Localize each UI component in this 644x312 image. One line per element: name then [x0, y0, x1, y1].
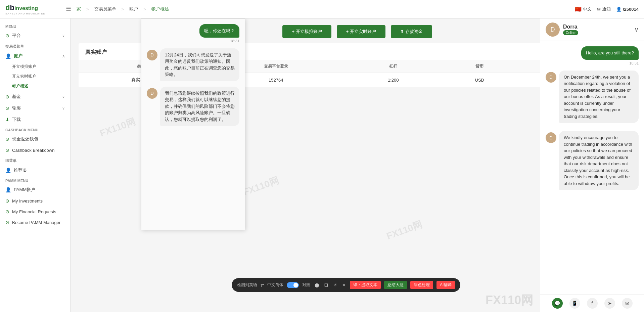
user-icon: 👤 — [616, 7, 622, 12]
incoming-group-en-1: D On December 24th, we sent you a notifi… — [546, 71, 639, 123]
incoming-group-cn-1: D 12月24日，我们向您发送了关于滥用奖金的违反我们政策的通知。因此，您的账户… — [147, 48, 239, 81]
security-icon: ⊙ — [5, 94, 9, 99]
facebook-icon[interactable]: f — [587, 298, 598, 309]
financial-requests-label: My Financial Requests — [12, 209, 56, 214]
sidebar-item-ib-refer[interactable]: 👤 推荐IB — [0, 165, 70, 176]
agent-avatar-small-en-2: D — [546, 132, 556, 143]
account-label: 账户 — [14, 53, 22, 59]
sidebar-item-cashback-breakdown[interactable]: ⊙ Cashback Breakdown — [0, 145, 70, 155]
breakdown-icon: ⊙ — [5, 147, 9, 153]
online-badge: Online — [563, 30, 578, 35]
top-right-area: 🇨🇳 中文 ✉ 通知 👤 /250014 — [575, 6, 639, 12]
record-icon[interactable]: ⬤ — [314, 283, 320, 287]
chat-panel-english: D Dorra Online ∨ Hello, are you still th… — [540, 18, 644, 312]
copy-icon[interactable]: ❑ — [323, 283, 329, 287]
platform-icon: ⊙ — [5, 33, 9, 38]
chat-chevron-icon[interactable]: ∨ — [634, 26, 639, 33]
extract-text-button[interactable]: 译・提取文本 — [350, 281, 381, 289]
notify-label: 通知 — [602, 6, 611, 12]
sidebar-sub-account-overview[interactable]: 帐户概述 — [0, 81, 70, 91]
pamm-icon: 👤 — [5, 187, 11, 192]
nav-trader-menu[interactable]: 交易员菜单 — [94, 6, 116, 12]
sidebar-sub-demo-account[interactable]: 开立模拟账户 — [0, 62, 70, 72]
sidebar-item-wheel[interactable]: ⊙ 轮廓 ∨ — [0, 102, 70, 114]
detect-lang-label: 检测到英语 — [237, 282, 257, 288]
download-label: 下载 — [12, 117, 21, 123]
financial-icon: ⊙ — [5, 209, 9, 214]
sidebar-item-account[interactable]: 👤 账户 ∧ — [0, 50, 70, 62]
platform-label: 平台 — [12, 33, 21, 39]
ib-refer-label: 推荐IB — [14, 167, 27, 173]
logo: dbinvesting SAFELY AND REGULATED — [5, 3, 45, 15]
watermark-2: FX110网 — [98, 115, 137, 140]
become-pamm-label: Become PAMM Manager — [12, 220, 60, 225]
whatsapp-icon[interactable]: 📱 — [569, 298, 580, 309]
agent-name: Dorra — [563, 24, 578, 30]
account-icon: 👤 — [5, 53, 11, 59]
ib-section-title: IB菜单 — [0, 155, 70, 165]
sidebar-item-platform[interactable]: ⊙ 平台 ∨ — [0, 30, 70, 41]
nav-account-overview[interactable]: 帐户概述 — [151, 6, 169, 12]
pamm-section-title: PAMM MENU — [0, 176, 70, 184]
col-currency: 货币 — [438, 60, 521, 73]
lang-arrow-icon: ⇄ — [261, 283, 264, 287]
cell-currency: USD — [438, 73, 521, 87]
sidebar: Menu ⊙ 平台 ∨ 交易员菜单 👤 账户 ∧ 开立模拟账户 开立实时账户 帐… — [0, 18, 71, 312]
menu-icon[interactable]: ☰ — [66, 5, 71, 13]
polish-button[interactable]: 润色处理 — [410, 281, 433, 289]
sidebar-item-financial-requests[interactable]: ⊙ My Financial Requests — [0, 206, 70, 217]
nav-account[interactable]: 账户 — [129, 6, 138, 12]
cashback-section-title: CASHBACK MENU — [0, 125, 70, 133]
chat-messages-chinese: 嗯，你还在吗？ 18:31 D 12月24日，我们向您发送了关于滥用奖金的违反我… — [141, 19, 245, 230]
wheel-label: 轮廓 — [12, 105, 21, 111]
pamm-account-label: PAMM帐户 — [14, 187, 35, 193]
outgoing-time-en: 18:31 — [629, 61, 639, 65]
chat-user-info: D Dorra Online — [546, 23, 578, 37]
sidebar-item-pamm-account[interactable]: 👤 PAMM帐户 — [0, 184, 70, 195]
chat-social-bar: 💬 📱 f ➤ ✉ — [540, 294, 644, 312]
lang-label: 中文 — [583, 6, 592, 12]
agent-avatar-small-cn-2: D — [147, 88, 157, 99]
logo-area: dbinvesting SAFELY AND REGULATED — [5, 3, 59, 15]
language-selector[interactable]: 🇨🇳 中文 — [575, 6, 592, 12]
watermark-5: FX110网 — [385, 218, 424, 243]
content-area: FX110网 FX110网 FX110网 FX110网 FX110网 + 开立模… — [71, 18, 644, 312]
notification-btn[interactable]: ✉ 通知 — [597, 6, 611, 12]
reset-icon[interactable]: ↺ — [332, 283, 338, 287]
chat-icon[interactable]: 💬 — [552, 298, 563, 309]
translation-toolbar[interactable]: 检测到英语 ⇄ 中文简体 对照 ⬤ ❑ ↺ ✕ 译・提取文本 总结大意 润色处理… — [232, 278, 460, 292]
close-icon[interactable]: ✕ — [341, 283, 347, 287]
wheel-chevron-icon: ∨ — [62, 106, 65, 110]
summarize-button[interactable]: 总结大意 — [384, 281, 407, 289]
balance-display: /250014 — [623, 7, 639, 12]
wallet-icon: ⊙ — [5, 136, 9, 142]
top-navigation: dbinvesting SAFELY AND REGULATED ☰ 家 > 交… — [0, 0, 644, 18]
telegram-icon[interactable]: ➤ — [604, 298, 615, 309]
open-live-account-button[interactable]: + 开立实时账户 — [337, 25, 385, 38]
sidebar-item-my-investments[interactable]: ⊙ My Investments — [0, 195, 70, 206]
my-investments-label: My Investments — [12, 198, 43, 204]
chat-panel-chinese: 嗯，你还在吗？ 18:31 D 12月24日，我们向您发送了关于滥用奖金的违反我… — [141, 18, 245, 230]
sidebar-item-download[interactable]: ⬇ 下载 — [0, 114, 70, 125]
deposit-funds-button[interactable]: ⬆ 存款资金 — [391, 25, 432, 38]
agent-avatar: D — [546, 23, 560, 37]
email-icon[interactable]: ✉ — [622, 298, 633, 309]
incoming-group-en-2: D We kindly encourage you to continue tr… — [546, 131, 639, 190]
investments-icon: ⊙ — [5, 198, 9, 204]
open-demo-account-button[interactable]: + 开立模拟账户 — [282, 25, 331, 38]
col-leverage: 杠杆 — [348, 60, 438, 73]
sidebar-item-security[interactable]: ⊙ 基金 ∨ — [0, 91, 70, 102]
nav-home[interactable]: 家 — [77, 6, 81, 12]
sidebar-item-become-pamm[interactable]: ⊙ Become PAMM Manager — [0, 217, 70, 228]
outgoing-time-cn: 18:31 — [230, 39, 239, 43]
chevron-down-icon: ∨ — [62, 34, 65, 38]
ai-translate-button[interactable]: AI翻译 — [436, 281, 455, 289]
contrast-toggle[interactable] — [287, 282, 299, 288]
contrast-label: 对照 — [302, 282, 310, 288]
ib-icon: 👤 — [5, 168, 11, 173]
sidebar-sub-live-account[interactable]: 开立实时账户 — [0, 72, 70, 81]
flag-icon: 🇨🇳 — [575, 6, 582, 12]
sidebar-item-cashback-wallet[interactable]: ⊙ 现金返还钱包 — [0, 133, 70, 145]
target-lang-label: 中文简体 — [267, 282, 283, 288]
agent-avatar-small-cn: D — [147, 50, 157, 60]
